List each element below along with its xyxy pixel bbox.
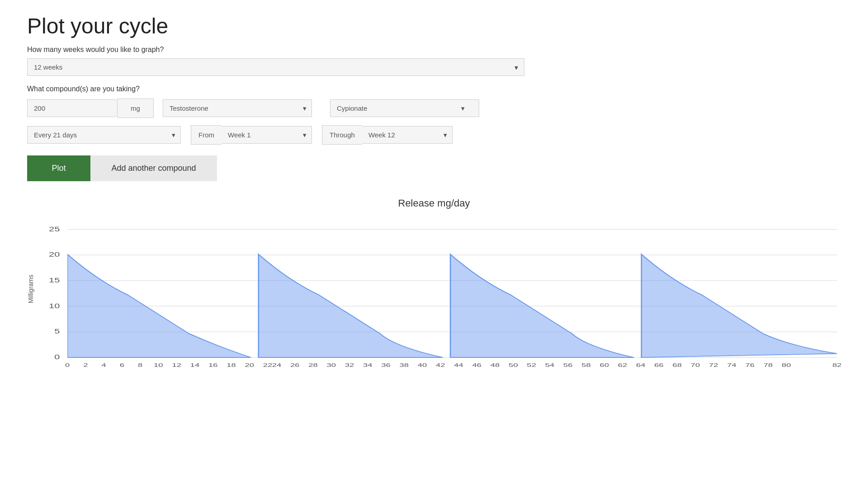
from-group: From Week 1 Week 2 Week 3 Week 4 Week 5 … bbox=[191, 125, 312, 145]
chart-svg-wrap: 0 5 10 15 20 25 bbox=[37, 218, 841, 374]
through-label: Through bbox=[322, 125, 362, 145]
svg-text:6: 6 bbox=[120, 362, 124, 368]
svg-text:30: 30 bbox=[327, 362, 336, 368]
svg-text:54: 54 bbox=[545, 362, 555, 368]
svg-text:52: 52 bbox=[527, 362, 536, 368]
chart-title: Release mg/day bbox=[27, 197, 841, 209]
svg-text:32: 32 bbox=[345, 362, 354, 368]
compound-question: What compound(s) are you taking? bbox=[27, 85, 841, 93]
svg-text:5: 5 bbox=[54, 328, 60, 335]
svg-text:10: 10 bbox=[154, 362, 163, 368]
frequency-select[interactable]: Every 21 days Every day Every 2 days Eve… bbox=[27, 126, 181, 144]
page-title: Plot your cycle bbox=[27, 14, 841, 38]
svg-text:26: 26 bbox=[290, 362, 300, 368]
svg-text:25: 25 bbox=[49, 225, 60, 233]
y-axis-label: Milligrams bbox=[27, 218, 34, 360]
svg-text:72: 72 bbox=[709, 362, 718, 368]
compound-row: mg Testosterone Nandrolone Boldenone Tre… bbox=[27, 99, 841, 118]
svg-text:15: 15 bbox=[49, 277, 60, 284]
compound-name-wrap: Testosterone Nandrolone Boldenone Trenbo… bbox=[163, 99, 312, 117]
ester-wrap: Cypionate Enanthate Propionate Undecanoa… bbox=[321, 99, 470, 117]
svg-text:74: 74 bbox=[727, 362, 736, 368]
svg-text:82: 82 bbox=[832, 362, 841, 368]
svg-text:2: 2 bbox=[83, 362, 88, 368]
svg-text:0: 0 bbox=[65, 362, 70, 368]
ester-select[interactable]: Cypionate Enanthate Propionate Undecanoa… bbox=[330, 99, 479, 117]
svg-text:62: 62 bbox=[618, 362, 627, 368]
svg-text:22: 22 bbox=[263, 362, 273, 368]
svg-text:42: 42 bbox=[436, 362, 445, 368]
weeks-select-wrap: 12 weeks 4 weeks 8 weeks 16 weeks 20 wee… bbox=[27, 58, 524, 76]
add-compound-button[interactable]: Add another compound bbox=[90, 155, 217, 181]
mg-label: mg bbox=[118, 99, 154, 118]
svg-text:18: 18 bbox=[226, 362, 236, 368]
svg-text:16: 16 bbox=[208, 362, 218, 368]
svg-text:14: 14 bbox=[190, 362, 200, 368]
through-week-select[interactable]: Week 12 Week 1 Week 2 Week 3 Week 4 Week… bbox=[362, 126, 453, 144]
plot-button[interactable]: Plot bbox=[27, 155, 90, 181]
frequency-row: Every 21 days Every day Every 2 days Eve… bbox=[27, 125, 841, 145]
svg-text:50: 50 bbox=[509, 362, 518, 368]
svg-text:56: 56 bbox=[563, 362, 573, 368]
weeks-select[interactable]: 12 weeks 4 weeks 8 weeks 16 weeks 20 wee… bbox=[27, 58, 524, 76]
chart-svg: 0 5 10 15 20 25 bbox=[37, 218, 841, 372]
svg-text:44: 44 bbox=[454, 362, 463, 368]
from-week-select[interactable]: Week 1 Week 2 Week 3 Week 4 Week 5 Week … bbox=[222, 126, 312, 144]
svg-text:38: 38 bbox=[400, 362, 409, 368]
svg-text:12: 12 bbox=[172, 362, 181, 368]
svg-text:80: 80 bbox=[782, 362, 791, 368]
from-label: From bbox=[191, 125, 222, 145]
svg-text:0: 0 bbox=[54, 354, 60, 361]
svg-text:60: 60 bbox=[599, 362, 609, 368]
svg-text:58: 58 bbox=[581, 362, 591, 368]
svg-text:68: 68 bbox=[672, 362, 682, 368]
svg-text:40: 40 bbox=[418, 362, 427, 368]
svg-text:4: 4 bbox=[101, 362, 106, 368]
through-week-wrap: Week 12 Week 1 Week 2 Week 3 Week 4 Week… bbox=[362, 126, 453, 144]
svg-text:46: 46 bbox=[472, 362, 482, 368]
svg-text:34: 34 bbox=[363, 362, 373, 368]
svg-text:36: 36 bbox=[381, 362, 391, 368]
chart-area: Milligrams 0 5 10 15 20 25 bbox=[27, 218, 841, 374]
svg-text:66: 66 bbox=[654, 362, 664, 368]
chart-container: Release mg/day Milligrams 0 5 10 15 20 bbox=[27, 197, 841, 374]
svg-text:8: 8 bbox=[138, 362, 142, 368]
compound-select[interactable]: Testosterone Nandrolone Boldenone Trenbo… bbox=[163, 99, 312, 117]
svg-text:76: 76 bbox=[745, 362, 755, 368]
svg-text:20: 20 bbox=[245, 362, 254, 368]
svg-text:70: 70 bbox=[691, 362, 700, 368]
through-group: Through Week 12 Week 1 Week 2 Week 3 Wee… bbox=[322, 125, 453, 145]
buttons-row: Plot Add another compound bbox=[27, 155, 841, 181]
dose-input[interactable] bbox=[27, 99, 118, 117]
from-week-wrap: Week 1 Week 2 Week 3 Week 4 Week 5 Week … bbox=[222, 126, 312, 144]
svg-text:28: 28 bbox=[308, 362, 318, 368]
svg-text:24: 24 bbox=[272, 362, 282, 368]
svg-text:64: 64 bbox=[636, 362, 646, 368]
svg-text:20: 20 bbox=[49, 251, 60, 258]
frequency-select-wrap: Every 21 days Every day Every 2 days Eve… bbox=[27, 126, 181, 144]
svg-text:48: 48 bbox=[491, 362, 500, 368]
svg-text:78: 78 bbox=[764, 362, 773, 368]
weeks-question: How many weeks would you like to graph? bbox=[27, 46, 841, 54]
svg-text:10: 10 bbox=[49, 302, 60, 310]
